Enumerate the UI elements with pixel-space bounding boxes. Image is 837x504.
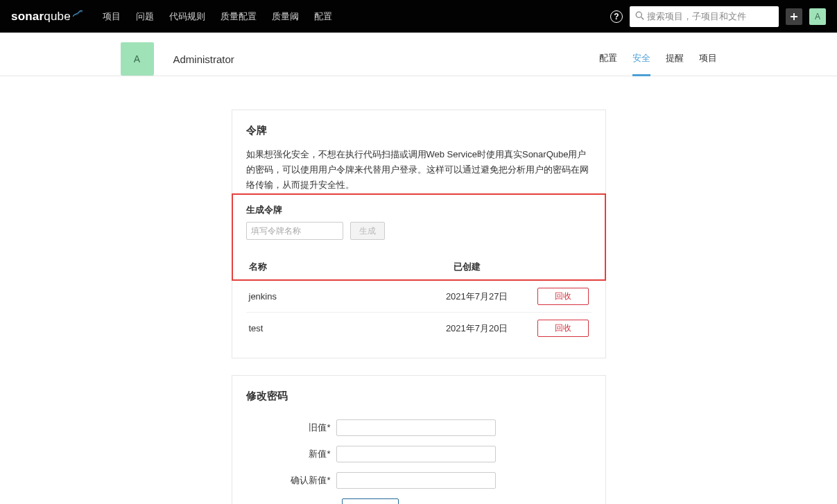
password-title: 修改密码 [246,390,592,403]
revoke-button[interactable]: 回收 [537,288,589,305]
search-input[interactable] [647,11,773,21]
table-row: test 2021年7月20日 回收 [246,313,592,345]
token-name: test [246,313,329,345]
search-icon [635,11,644,22]
generate-token-label: 生成令牌 [246,204,592,216]
tokens-title: 令牌 [246,124,592,137]
old-password-input[interactable] [336,419,496,436]
tab-projects[interactable]: 项目 [699,42,717,76]
tokens-table: 名称 已创建 jenkins 2021年7月27日 回收 test 2021年7… [246,254,592,344]
generate-token-button[interactable]: 生成 [350,222,385,240]
password-panel: 修改密码 旧值* 新值* 确认新值* 修改密码 [232,375,606,504]
table-row: jenkins 2021年7月27日 回收 [246,281,592,313]
revoke-button[interactable]: 回收 [537,320,589,337]
token-name-input[interactable] [246,222,343,240]
brand-light: qube [44,10,71,24]
user-avatar-large: A [121,42,154,76]
new-password-input[interactable] [336,446,496,462]
nav-issues[interactable]: 问题 [128,10,162,23]
page-title: Administrator [173,53,234,65]
change-password-button[interactable]: 修改密码 [342,498,399,504]
user-header: A Administrator 配置 安全 提醒 项目 [0,33,837,76]
confirm-password-label: 确认新值* [246,474,336,487]
token-created: 2021年7月20日 [329,313,522,345]
brand-logo[interactable]: sonarqube [11,10,83,24]
nav-rules[interactable]: 代码规则 [162,10,213,23]
token-created: 2021年7月27日 [329,281,522,313]
new-password-label: 新值* [246,448,336,460]
help-icon[interactable]: ? [610,10,623,23]
nav-admin[interactable]: 配置 [307,10,340,23]
create-button[interactable] [786,8,802,25]
nav-quality-gates[interactable]: 质量阈 [264,10,307,23]
global-search[interactable] [630,6,779,27]
tokens-description: 如果想强化安全，不想在执行代码扫描或调用Web Service时使用真实Sona… [246,147,592,193]
brand-bold: sonar [11,10,44,24]
old-password-label: 旧值* [246,422,336,434]
top-navbar: sonarqube 项目 问题 代码规则 质量配置 质量阈 配置 ? A [0,0,837,33]
wave-icon [73,7,83,21]
confirm-password-input[interactable] [336,472,496,489]
col-name: 名称 [246,254,329,281]
nav-projects[interactable]: 项目 [95,10,128,23]
tab-security[interactable]: 安全 [632,42,650,76]
tab-notifications[interactable]: 提醒 [666,42,684,76]
plus-icon [790,12,798,21]
token-name: jenkins [246,281,329,313]
user-avatar[interactable]: A [809,8,826,25]
col-created: 已创建 [329,254,522,281]
user-subtabs: 配置 安全 提醒 项目 [599,42,717,76]
svg-point-0 [636,12,641,17]
tokens-panel: 令牌 如果想强化安全，不想在执行代码扫描或调用Web Service时使用真实S… [232,110,606,358]
nav-quality-profiles[interactable]: 质量配置 [213,10,264,23]
tab-profile[interactable]: 配置 [599,42,617,76]
svg-line-1 [641,17,644,19]
